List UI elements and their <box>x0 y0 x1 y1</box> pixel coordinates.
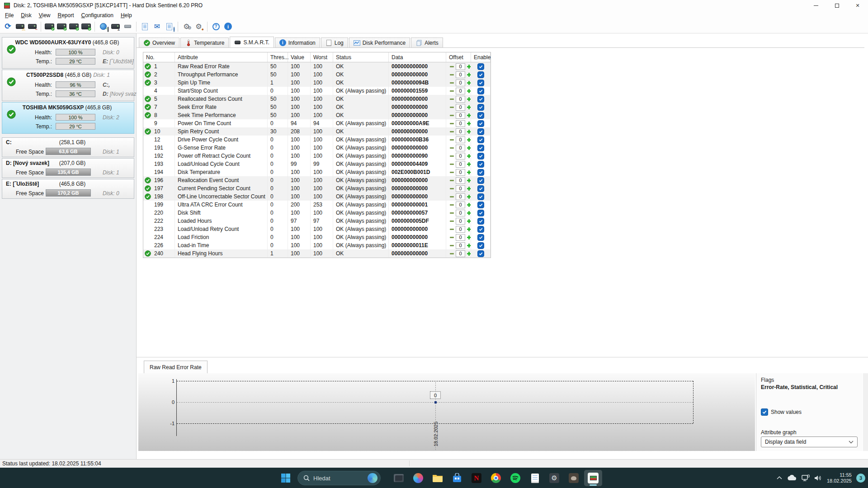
offset-plus-button[interactable] <box>466 210 471 216</box>
enable-checkbox[interactable] <box>477 153 484 160</box>
offset-minus-button[interactable] <box>449 153 455 159</box>
offset-minus-button[interactable] <box>449 235 455 240</box>
offset-plus-button[interactable] <box>466 226 471 232</box>
offset-value[interactable]: 0 <box>456 63 465 70</box>
column-header-no[interactable]: No. <box>143 52 175 62</box>
disk-remove-icon[interactable]: − <box>26 21 38 33</box>
offset-plus-button[interactable] <box>466 186 471 192</box>
onedrive-cloud-icon[interactable] <box>787 475 797 481</box>
offset-value[interactable]: 0 <box>456 202 465 208</box>
disk-panel-2[interactable]: TOSHIBA MK5059GSXP (465,8 GB) Health: 10… <box>2 102 134 134</box>
copilot-taskbar-icon[interactable] <box>409 470 427 486</box>
offset-plus-button[interactable] <box>466 202 471 208</box>
table-row[interactable]: 3 Spin Up Time 1 100 100 OK 00000000094B… <box>143 79 491 87</box>
offset-plus-button[interactable] <box>466 121 471 127</box>
notepad-taskbar-icon[interactable] <box>526 470 544 486</box>
offset-value[interactable]: 0 <box>456 80 465 86</box>
table-row[interactable]: 191 G-Sense Error Rate 0 100 100 OK (Alw… <box>143 144 491 152</box>
network-disk-icon[interactable] <box>97 21 109 33</box>
close-button[interactable]: ✕ <box>847 0 868 11</box>
offset-plus-button[interactable] <box>466 243 471 249</box>
offset-value[interactable]: 0 <box>456 104 465 111</box>
menu-help[interactable]: Help <box>117 11 136 19</box>
offset-value[interactable]: 0 <box>456 128 465 135</box>
partition-panel-d[interactable]: D: [Nový svazek] (207,0 GB) Free Space 1… <box>2 158 134 178</box>
enable-checkbox[interactable] <box>477 202 484 208</box>
table-row[interactable]: 192 Power off Retract Cycle Count 0 100 … <box>143 152 491 160</box>
refresh-icon[interactable]: ⟳ <box>2 21 14 33</box>
show-values-checkbox[interactable] <box>761 408 768 416</box>
enable-checkbox[interactable] <box>477 161 484 168</box>
offset-minus-button[interactable] <box>449 113 455 118</box>
offset-minus-button[interactable] <box>449 226 455 232</box>
offset-value[interactable]: 0 <box>456 169 465 176</box>
offset-minus-button[interactable] <box>449 72 455 78</box>
offset-minus-button[interactable] <box>449 178 455 183</box>
hdsentinel-taskbar-icon[interactable] <box>584 470 602 486</box>
offset-value[interactable]: 0 <box>456 96 465 103</box>
report-icon[interactable] <box>139 21 151 33</box>
offset-minus-button[interactable] <box>449 243 455 249</box>
chart-tab[interactable]: Raw Read Error Rate <box>144 361 208 373</box>
offset-value[interactable]: 0 <box>456 145 465 151</box>
offset-value[interactable]: 0 <box>456 120 465 127</box>
offset-minus-button[interactable] <box>449 218 455 224</box>
network-report-icon[interactable] <box>163 21 175 33</box>
enable-checkbox[interactable] <box>477 128 484 135</box>
offset-minus-button[interactable] <box>449 169 455 175</box>
column-header-thres[interactable]: Thres... <box>268 52 288 62</box>
table-row[interactable]: 223 Load/Unload Retry Count 0 100 100 OK… <box>143 225 491 233</box>
chrome-taskbar-icon[interactable] <box>487 470 505 486</box>
offset-plus-button[interactable] <box>466 251 471 257</box>
usb-disk-icon[interactable] <box>122 21 134 33</box>
offset-plus-button[interactable] <box>466 145 471 151</box>
table-row[interactable]: 4 Start/Stop Count 0 100 100 OK (Always … <box>143 87 491 95</box>
partition-panel-e[interactable]: E: [ˇUložiště] (465,8 GB) Free Space 170… <box>2 179 134 199</box>
menu-view[interactable]: View <box>35 11 54 19</box>
offset-value[interactable]: 0 <box>456 161 465 168</box>
offset-plus-button[interactable] <box>466 72 471 78</box>
column-header-value[interactable]: Value <box>288 52 311 62</box>
partition-panel-c[interactable]: C: (258,1 GB) Free Space 63,6 GB Disk: 1 <box>2 137 134 157</box>
offset-plus-button[interactable] <box>466 96 471 102</box>
table-row[interactable]: 2 Throughput Performance 50 100 100 OK 0… <box>143 70 491 79</box>
enable-checkbox[interactable] <box>477 169 484 176</box>
offset-value[interactable]: 0 <box>456 88 465 94</box>
menu-file[interactable]: File <box>1 11 17 19</box>
offset-minus-button[interactable] <box>449 161 455 167</box>
offset-plus-button[interactable] <box>466 64 471 70</box>
search-input[interactable] <box>313 475 364 482</box>
minimize-button[interactable] <box>806 0 826 11</box>
start-button[interactable] <box>277 470 295 486</box>
offset-value[interactable]: 0 <box>456 242 465 249</box>
tab-s-m-a-r-t-[interactable]: S.M.A.R.T. <box>230 37 274 47</box>
table-row[interactable]: 222 Loaded Hours 0 97 97 OK (Always pass… <box>143 217 491 225</box>
offset-minus-button[interactable] <box>449 80 455 86</box>
tab-temperature[interactable]: Temperature <box>180 38 229 47</box>
offset-value[interactable]: 0 <box>456 218 465 225</box>
offset-plus-button[interactable] <box>466 129 471 135</box>
disk-panel-1[interactable]: CT500P2SSD8 (465,8 GB)Disk: 1 Health: 96… <box>2 70 134 101</box>
offset-plus-button[interactable] <box>466 218 471 224</box>
enable-checkbox[interactable] <box>477 177 484 184</box>
attribute-graph-dropdown[interactable]: Display data field <box>761 436 858 447</box>
offset-value[interactable]: 0 <box>456 226 465 233</box>
offset-plus-button[interactable] <box>466 80 471 86</box>
acoustic-settings-icon[interactable]: ⚙● <box>193 21 205 33</box>
table-row[interactable]: 196 Reallocation Event Count 0 100 100 O… <box>143 176 491 184</box>
offset-plus-button[interactable] <box>466 113 471 118</box>
offset-minus-button[interactable] <box>449 194 455 200</box>
offset-plus-button[interactable] <box>466 161 471 167</box>
offset-minus-button[interactable] <box>449 88 455 94</box>
disk-drive-0-icon[interactable] <box>43 21 56 33</box>
enable-checkbox[interactable] <box>477 104 484 111</box>
tab-alerts[interactable]: Alerts <box>411 38 443 47</box>
maximize-button[interactable] <box>826 0 847 11</box>
offset-plus-button[interactable] <box>466 194 471 200</box>
table-row[interactable]: 240 Head Flying Hours 1 100 100 OK 00000… <box>143 249 491 258</box>
enable-checkbox[interactable] <box>477 193 484 200</box>
enable-checkbox[interactable] <box>477 112 484 119</box>
offset-plus-button[interactable] <box>466 169 471 175</box>
offset-minus-button[interactable] <box>449 210 455 216</box>
offset-plus-button[interactable] <box>466 137 471 143</box>
